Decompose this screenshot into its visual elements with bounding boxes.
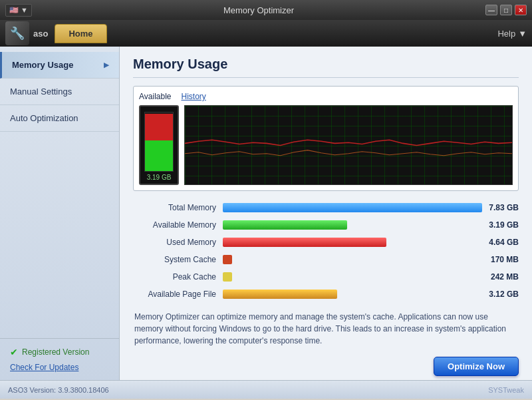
sidebar-item-label: Manual Settings bbox=[10, 87, 72, 97]
stat-bar-total bbox=[223, 203, 482, 212]
history-chart bbox=[184, 105, 513, 185]
window-controls: — □ ✕ bbox=[485, 5, 527, 15]
logo-icon: 🔧 bbox=[5, 21, 29, 45]
content-area: Memory Usage Available History 3.19 GB bbox=[120, 47, 532, 380]
help-menu[interactable]: Help ▼ bbox=[497, 29, 527, 39]
gauge-used-bar bbox=[145, 114, 173, 140]
brand-text: SYSTweak bbox=[488, 386, 524, 394]
logo-text: aso bbox=[33, 29, 48, 39]
app-logo: 🔧 aso bbox=[5, 21, 48, 45]
gauge-label: 3.19 GB bbox=[147, 174, 172, 181]
stat-row-used: Used Memory 4.64 GB bbox=[133, 236, 519, 249]
description-text: Memory Optimizer can optimize memory and… bbox=[133, 311, 519, 347]
graph-container: Available History 3.19 GB bbox=[133, 86, 519, 191]
sidebar: Memory Usage ▶ Manual Settings Auto Opti… bbox=[0, 47, 120, 380]
stat-value-available: 3.19 GB bbox=[482, 220, 519, 230]
stat-value-peak-cache: 242 MB bbox=[482, 272, 519, 282]
gauge-bar bbox=[144, 112, 174, 172]
stat-row-system-cache: System Cache 170 MB bbox=[133, 253, 519, 266]
minimize-button[interactable]: — bbox=[485, 5, 497, 15]
tab-home[interactable]: Home bbox=[55, 24, 106, 43]
stat-label-system-cache: System Cache bbox=[133, 255, 223, 264]
sidebar-item-manual-settings[interactable]: Manual Settings bbox=[0, 79, 119, 105]
registered-badge: ✔ Registered Version bbox=[10, 347, 109, 357]
sidebar-item-memory-usage[interactable]: Memory Usage ▶ bbox=[0, 52, 119, 79]
menu-bar: 🔧 aso Home Help ▼ bbox=[0, 20, 532, 47]
sidebar-item-auto-optimization[interactable]: Auto Optimization bbox=[0, 105, 119, 132]
stat-bar-available bbox=[223, 220, 347, 230]
registered-label: Registered Version bbox=[22, 347, 89, 357]
stat-bar-area-peak-cache bbox=[223, 272, 482, 282]
stat-label-peak-cache: Peak Cache bbox=[133, 272, 223, 282]
stat-row-page-file: Available Page File 3.12 GB bbox=[133, 288, 519, 301]
sidebar-arrow-icon: ▶ bbox=[104, 61, 109, 69]
help-label: Help bbox=[497, 29, 515, 39]
flag-icon: 🇺🇸 ▼ bbox=[5, 4, 32, 17]
close-button[interactable]: ✕ bbox=[515, 5, 527, 15]
graph-row: 3.19 GB bbox=[139, 105, 513, 185]
graph-tab-available[interactable]: Available bbox=[139, 92, 171, 101]
stat-bar-area-page-file bbox=[223, 290, 482, 299]
stat-label-used: Used Memory bbox=[133, 238, 223, 247]
stat-value-page-file: 3.12 GB bbox=[482, 290, 519, 299]
system-cache-indicator bbox=[223, 255, 232, 264]
gauge-available-bar bbox=[145, 140, 173, 171]
stat-value-used: 4.64 GB bbox=[482, 238, 519, 247]
check-icon: ✔ bbox=[10, 347, 18, 357]
graph-tab-history[interactable]: History bbox=[181, 92, 205, 101]
stats-section: Total Memory 7.83 GB Available Memory 3.… bbox=[133, 201, 519, 301]
stat-label-total: Total Memory bbox=[133, 203, 223, 212]
check-updates-link[interactable]: Check For Updates bbox=[10, 363, 109, 372]
sidebar-item-label: Memory Usage bbox=[12, 60, 73, 70]
stat-bar-area-used bbox=[223, 238, 482, 247]
stat-value-total: 7.83 GB bbox=[482, 203, 519, 212]
graph-tabs: Available History bbox=[139, 92, 513, 101]
stat-row-peak-cache: Peak Cache 242 MB bbox=[133, 270, 519, 284]
title-bar: 🇺🇸 ▼ Memory Optimizer — □ ✕ bbox=[0, 0, 532, 20]
stat-bar-page-file bbox=[223, 290, 337, 299]
memory-gauge: 3.19 GB bbox=[139, 105, 179, 185]
status-bar: ASO3 Version: 3.9.3800.18406 SYSTweak bbox=[0, 380, 532, 399]
stat-bar-used bbox=[223, 238, 386, 247]
version-text: ASO3 Version: 3.9.3800.18406 bbox=[8, 386, 109, 394]
sidebar-item-label: Auto Optimization bbox=[10, 113, 78, 123]
chart-line bbox=[185, 106, 512, 185]
stat-label-page-file: Available Page File bbox=[133, 290, 223, 299]
page-title: Memory Usage bbox=[133, 57, 519, 78]
stat-label-available: Available Memory bbox=[133, 220, 223, 230]
stat-bar-area-available bbox=[223, 220, 482, 230]
sidebar-bottom: ✔ Registered Version Check For Updates bbox=[0, 338, 119, 380]
stat-bar-area-total bbox=[223, 203, 482, 212]
stat-row-available: Available Memory 3.19 GB bbox=[133, 218, 519, 232]
optimize-row: Optimize Now bbox=[133, 357, 519, 376]
main-layout: Memory Usage ▶ Manual Settings Auto Opti… bbox=[0, 47, 532, 380]
stat-row-total: Total Memory 7.83 GB bbox=[133, 201, 519, 214]
optimize-now-button[interactable]: Optimize Now bbox=[434, 357, 519, 376]
stat-bar-area-system-cache bbox=[223, 255, 482, 264]
stat-value-system-cache: 170 MB bbox=[482, 255, 519, 264]
peak-cache-indicator bbox=[223, 272, 232, 282]
help-arrow-icon: ▼ bbox=[518, 29, 527, 39]
maximize-button[interactable]: □ bbox=[500, 5, 512, 15]
window-title: Memory Optimizer bbox=[32, 5, 485, 15]
